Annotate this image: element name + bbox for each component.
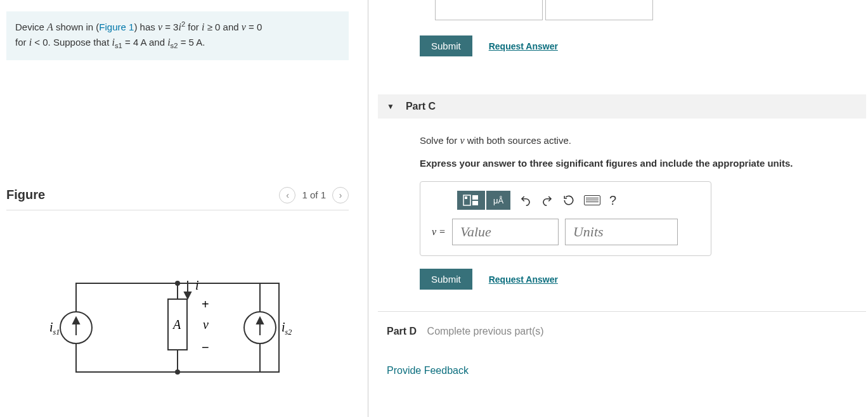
label-A: A — [172, 318, 181, 331]
prev-units-input[interactable] — [545, 0, 653, 20]
figure-header: Figure ‹ 1 of 1 › — [6, 187, 349, 210]
var-v: v — [158, 22, 162, 32]
text: with both sources active. — [464, 135, 571, 146]
answer-toolbar: μÅ ? — [457, 191, 702, 210]
svg-rect-20 — [472, 201, 478, 205]
part-d-row: Part D Complete previous part(s) — [387, 326, 866, 337]
text: Solve for — [420, 135, 460, 146]
svg-rect-19 — [472, 195, 478, 200]
label-is1: is1 — [49, 320, 60, 337]
figure-pager-text: 1 of 1 — [302, 189, 326, 200]
figure-link[interactable]: Figure 1 — [99, 22, 134, 32]
circuit-figure: i A v + − is1 is2 — [6, 264, 349, 391]
part-c-header[interactable]: ▼ Part C — [378, 94, 866, 119]
redo-button[interactable] — [541, 194, 554, 207]
section-divider — [378, 311, 866, 312]
svg-marker-17 — [185, 292, 191, 298]
text: = 3 — [162, 22, 178, 32]
label-i: i — [195, 278, 199, 292]
text: and — [149, 37, 167, 48]
column-divider — [368, 0, 368, 417]
part-c-format: Express your answer to three significant… — [420, 158, 866, 169]
text: ) has — [134, 22, 158, 32]
text: = 4 A — [122, 37, 149, 48]
undo-button[interactable] — [519, 194, 532, 207]
mu-angstrom-icon: μÅ — [493, 196, 503, 205]
text: shown in ( — [53, 22, 100, 32]
text: = 5 A. — [178, 37, 205, 48]
reset-button[interactable] — [562, 194, 575, 207]
units-input[interactable] — [565, 219, 678, 245]
label-plus: + — [202, 297, 209, 311]
label-is2: is2 — [282, 320, 292, 337]
template-tool-button[interactable] — [457, 191, 485, 210]
text: for — [15, 37, 29, 48]
svg-point-10 — [175, 281, 180, 286]
var-v: v — [242, 22, 246, 32]
template-icon — [463, 195, 479, 206]
svg-rect-21 — [465, 196, 467, 199]
submit-button[interactable]: Submit — [420, 269, 472, 290]
part-d-status: Complete previous part(s) — [427, 326, 544, 337]
text: Device — [15, 22, 47, 32]
submit-button[interactable]: Submit — [420, 35, 472, 56]
keyboard-button[interactable] — [584, 195, 600, 205]
figure-prev-button[interactable]: ‹ — [279, 187, 295, 203]
provide-feedback-link[interactable]: Provide Feedback — [387, 365, 866, 376]
problem-statement: Device A shown in (Figure 1) has v = 3i2… — [6, 11, 349, 60]
reset-icon — [563, 195, 574, 206]
sub: s1 — [115, 42, 122, 49]
text: for — [185, 22, 202, 32]
part-c-instruction: Solve for v with both sources active. — [420, 135, 866, 146]
text: < 0. Suppose that — [32, 37, 112, 48]
sub: s2 — [171, 42, 178, 49]
var-A: A — [47, 22, 53, 32]
caret-down-icon: ▼ — [387, 102, 394, 111]
units-tool-button[interactable]: μÅ — [486, 191, 510, 210]
figure-next-button[interactable]: › — [332, 187, 349, 203]
request-answer-link[interactable]: Request Answer — [489, 41, 558, 51]
prev-part-inputs — [435, 0, 866, 20]
answer-panel: μÅ ? v = — [420, 181, 711, 256]
part-d-label: Part D — [387, 326, 417, 337]
redo-icon — [541, 195, 553, 206]
figure-title: Figure — [6, 188, 279, 202]
svg-point-11 — [175, 369, 180, 375]
label-minus: − — [202, 340, 209, 354]
undo-icon — [520, 195, 531, 206]
help-button[interactable]: ? — [609, 193, 616, 208]
text: = 0 — [246, 22, 262, 32]
label-v: v — [203, 318, 209, 331]
request-answer-link[interactable]: Request Answer — [489, 274, 558, 285]
text: ≥ 0 and — [204, 22, 241, 32]
value-input[interactable] — [452, 219, 559, 245]
eq-label: v = — [432, 226, 446, 238]
prev-value-input[interactable] — [435, 0, 543, 20]
part-c-label: Part C — [406, 101, 436, 112]
